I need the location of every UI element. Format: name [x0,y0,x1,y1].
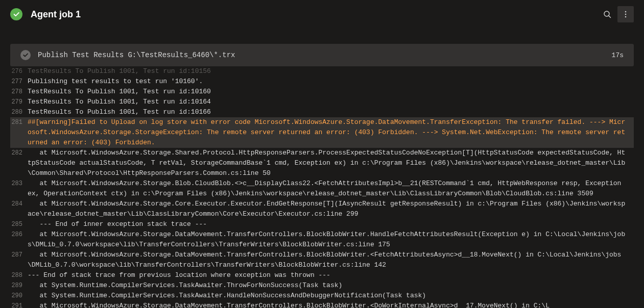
log-line-number: 279 [10,97,28,107]
log-line-number: 280 [10,107,28,117]
log-line-number: 277 [10,76,28,87]
task-duration: 17s [612,52,624,59]
log-line-number: 285 [10,219,28,229]
log-line-text: at Microsoft.WindowsAzure.Storage.Shared… [28,148,634,178]
check-icon [13,11,20,18]
log-line: 290 at System.Runtime.CompilerServices.T… [10,291,634,301]
log-line: 287 at Microsoft.WindowsAzure.Storage.Da… [10,250,634,270]
log-line: 289 at System.Runtime.CompilerServices.T… [10,280,634,291]
log-line-text: at Microsoft.WindowsAzure.Storage.DataMo… [28,301,634,308]
log-line-warning-text: ##[warning]Failed to Upload on log store… [28,117,634,148]
log-line: 281##[warning]Failed to Upload on log st… [10,117,634,148]
log-line-text: Publishing test results to test run '101… [28,76,634,87]
log-line: 276TestResults To Publish 1001, Test run… [10,66,634,76]
svg-point-3 [625,14,627,15]
log-line: 284 at Microsoft.WindowsAzure.Storage.Co… [10,199,634,219]
log-line-text: at Microsoft.WindowsAzure.Storage.DataMo… [28,250,634,270]
log-line-number: 286 [10,229,28,250]
log-line-text: --- End of stack trace from previous loc… [28,270,634,280]
log-line: 278TestResults To Publish 1001, Test run… [10,87,634,97]
check-icon [22,52,29,58]
search-button[interactable] [599,6,615,22]
log-line-number: 283 [10,178,28,199]
log-line-number: 281 [10,117,28,148]
log-line: 291 at Microsoft.WindowsAzure.Storage.Da… [10,301,634,308]
log-line-text: TestResults To Publish 1001, Test run id… [28,107,634,117]
log-line-text: TestResults To Publish 1001, Test run id… [28,97,634,107]
svg-point-4 [625,16,627,18]
log-line: 279TestResults To Publish 1001, Test run… [10,97,634,107]
log-line-number: 289 [10,280,28,291]
search-icon [603,10,611,18]
log-line-text: at System.Runtime.CompilerServices.TaskA… [28,280,634,291]
log-line-number: 287 [10,250,28,270]
log-line: 282 at Microsoft.WindowsAzure.Storage.Sh… [10,148,634,178]
svg-line-1 [609,16,611,18]
page-header: Agent job 1 [0,0,644,29]
log-line: 283 at Microsoft.WindowsAzure.Storage.Bl… [10,178,634,199]
svg-point-0 [604,11,609,16]
log-line: 277Publishing test results to test run '… [10,76,634,87]
log-line-text: TestResults To Publish 1001, Test run id… [28,66,634,76]
log-line: 288--- End of stack trace from previous … [10,270,634,280]
log-line-text: at Microsoft.WindowsAzure.Storage.Blob.C… [28,178,634,199]
log-line: 280TestResults To Publish 1001, Test run… [10,107,634,117]
task-row[interactable]: Publish Test Results G:\TestResults_6460… [10,44,634,66]
log-line-number: 288 [10,270,28,280]
log-line: 286 at Microsoft.WindowsAzure.Storage.Da… [10,229,634,250]
log-line-number: 282 [10,148,28,178]
task-status-success-icon [20,50,31,60]
header-actions [599,6,634,22]
log-line-text: at Microsoft.WindowsAzure.Storage.Core.E… [28,199,634,219]
log-line-text: TestResults To Publish 1001, Test run id… [28,87,634,97]
log-line-number: 276 [10,66,28,76]
log-line: 285 --- End of inner exception stack tra… [10,219,634,229]
more-actions-button[interactable] [617,6,634,22]
job-status-success-icon [10,8,22,20]
log-line-number: 284 [10,199,28,219]
log-output[interactable]: 276TestResults To Publish 1001, Test run… [0,66,644,308]
task-title: Publish Test Results G:\TestResults_6460… [38,51,612,59]
log-line-text: --- End of inner exception stack trace -… [28,219,634,229]
page-title: Agent job 1 [31,9,599,20]
more-vertical-icon [622,10,630,18]
log-line-number: 291 [10,301,28,308]
log-line-text: at System.Runtime.CompilerServices.TaskA… [28,291,634,301]
log-line-number: 278 [10,87,28,97]
log-line-number: 290 [10,291,28,301]
log-line-text: at Microsoft.WindowsAzure.Storage.DataMo… [28,229,634,250]
svg-point-2 [625,11,627,13]
